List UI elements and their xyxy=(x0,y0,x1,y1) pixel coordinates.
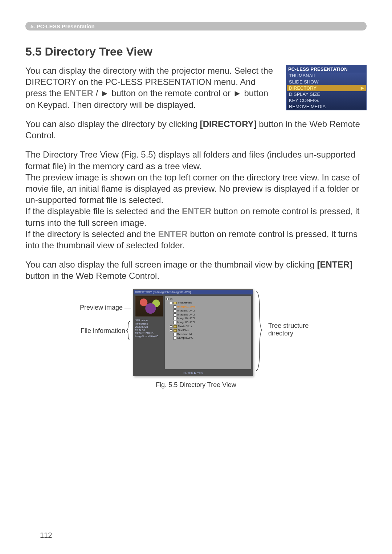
tree-root: D: xyxy=(170,297,173,301)
tree-file: Image02.JPG xyxy=(177,309,195,313)
tree-folder: MovieFiles xyxy=(178,325,192,329)
tree-file: Readme.txt xyxy=(177,333,192,337)
info-line: TimeStamp xyxy=(135,322,163,326)
preview-image xyxy=(135,296,163,317)
directory-screenshot: DIRECTORY [D:/ImageFiles/Image01.JPG] JP… xyxy=(133,289,253,376)
text: The Directory Tree View (Fig. 5.5) displ… xyxy=(25,150,355,171)
folder-icon xyxy=(173,329,177,332)
minus-icon xyxy=(166,298,169,300)
tree-folder: TextFiles xyxy=(178,329,189,333)
pcless-menu-body: THUMBNAIL SLIDE SHOW DIRECTORY▶ DISPLAY … xyxy=(287,73,366,110)
figure-left-annotations: Preview image — File information xyxy=(66,289,131,376)
info-line: 15:34:18 xyxy=(135,329,163,332)
menu-item-directory[interactable]: DIRECTORY▶ xyxy=(287,85,366,91)
annotation-treestructure: Tree structure directory xyxy=(265,289,326,376)
text: The preview image is shown on the top le… xyxy=(25,172,359,205)
enter-key-label: ENTER xyxy=(64,88,93,98)
menu-item-label: DIRECTORY xyxy=(289,85,317,91)
file-icon xyxy=(173,321,176,324)
tree-structure: D: ImageFiles Image01.JPG Image02.JPG Im… xyxy=(165,296,251,369)
file-information: JPG Image TimeStamp 2006/03/28 15:34:18 … xyxy=(135,319,163,338)
info-line: ImageSize: 640x480 xyxy=(135,335,163,338)
menu-item-label: REMOVE MEDIA xyxy=(289,104,326,109)
section-header: 5. PC-LESS Presentation xyxy=(25,22,367,30)
annotation-label: File information xyxy=(81,327,125,335)
figure: Preview image — File information DIRECTO… xyxy=(25,289,367,389)
file-icon xyxy=(173,309,176,313)
tree-folder: ImageFiles xyxy=(178,301,192,305)
enter-key-label: ENTER xyxy=(158,229,188,239)
brace-icon xyxy=(255,289,262,373)
brace-icon xyxy=(126,321,131,340)
folder-icon xyxy=(173,325,177,328)
file-icon xyxy=(173,317,176,320)
folder-icon xyxy=(173,302,177,304)
directory-button-label: [DIRECTORY] xyxy=(200,119,257,129)
page-title: 5.5 Directory Tree View xyxy=(25,45,367,58)
paragraph-web-directory: You can also display the directory by cl… xyxy=(25,118,367,141)
file-icon xyxy=(173,333,176,336)
menu-item-thumbnail[interactable]: THUMBNAIL xyxy=(287,73,366,79)
info-line: JPG Image xyxy=(135,319,163,322)
file-icon xyxy=(173,337,176,340)
text: If the directory is selected and the xyxy=(25,229,158,239)
section-title: 5. PC-LESS Presentation xyxy=(30,23,95,29)
text: You can also display the full screen ima… xyxy=(25,260,317,269)
annotation-label: Preview image xyxy=(80,304,123,311)
file-icon xyxy=(173,313,176,317)
annotation-preview: Preview image — xyxy=(80,304,131,311)
menu-item-label: KEY CONFIG. xyxy=(289,98,319,103)
file-icon xyxy=(173,305,176,309)
menu-item-removemedia[interactable]: REMOVE MEDIA xyxy=(287,103,366,110)
paragraph-web-enter: You can also display the full screen ima… xyxy=(25,259,367,281)
info-line: FileSize: 210 kB xyxy=(135,332,163,335)
menu-item-displaysize[interactable]: DISPLAY SIZE xyxy=(287,91,366,97)
tree-file: Image05.JPG xyxy=(177,321,195,325)
dirshot-path: DIRECTORY [D:/ImageFiles/Image01.JPG] xyxy=(134,290,253,294)
dirshot-footer: ENTER ▶ YES xyxy=(134,371,253,376)
right-brace-container xyxy=(255,289,262,376)
pcless-menu: PC-LESS PRESENTATION THUMBNAIL SLIDE SHO… xyxy=(286,65,367,110)
pcless-menu-title: PC-LESS PRESENTATION xyxy=(287,66,366,73)
info-line: 2006/03/28 xyxy=(135,326,163,329)
text: You can also display the directory by cl… xyxy=(25,119,200,129)
intro-paragraph: You can display the directory with the p… xyxy=(25,65,275,110)
tree-file: Image03.JPG xyxy=(177,313,195,317)
minus-icon xyxy=(170,302,172,304)
plus-icon xyxy=(170,325,172,328)
enter-key-label: ENTER xyxy=(182,206,211,216)
figure-caption: Fig. 5.5 Directory Tree View xyxy=(156,381,236,389)
annotation-fileinfo: File information xyxy=(81,321,131,340)
annotation-label: Tree structure directory xyxy=(268,322,309,337)
menu-item-label: THUMBNAIL xyxy=(289,73,316,78)
minus-icon xyxy=(170,329,172,332)
tree-file: Sample.JPG xyxy=(177,336,193,340)
menu-item-keyconfig[interactable]: KEY CONFIG. xyxy=(287,97,366,103)
menu-item-slideshow[interactable]: SLIDE SHOW xyxy=(287,79,366,85)
menu-item-label: SLIDE SHOW xyxy=(289,79,319,85)
tree-file: Image01.JPG xyxy=(177,305,195,309)
text: button in the Web Remote Control. xyxy=(25,271,159,281)
enter-button-label: [ENTER] xyxy=(317,260,352,269)
tree-file: Image04.JPG xyxy=(177,317,195,321)
chevron-right-icon: ▶ xyxy=(361,86,364,90)
text: If the displayable file is selected and … xyxy=(25,206,182,216)
paragraph-treeview-desc: The Directory Tree View (Fig. 5.5) displ… xyxy=(25,149,367,251)
menu-item-label: DISPLAY SIZE xyxy=(289,91,320,97)
